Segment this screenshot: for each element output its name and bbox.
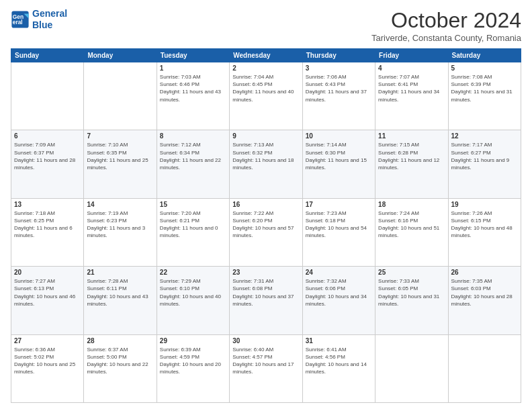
day-number: 22	[160, 269, 226, 276]
day-info: Sunrise: 6:41 AMSunset: 4:56 PMDaylight:…	[306, 346, 372, 376]
day-number: 30	[232, 337, 299, 345]
day-info: Sunrise: 7:13 AMSunset: 6:32 PMDaylight:…	[232, 141, 299, 171]
day-cell: 4Sunrise: 7:07 AMSunset: 6:41 PMDaylight…	[375, 62, 448, 130]
week-row-5: 27Sunrise: 6:36 AMSunset: 5:02 PMDayligh…	[11, 334, 521, 402]
day-info: Sunrise: 7:31 AMSunset: 6:08 PMDaylight:…	[232, 277, 299, 308]
day-cell: 21Sunrise: 7:28 AMSunset: 6:11 PMDayligh…	[84, 267, 157, 334]
day-number: 23	[232, 269, 299, 276]
day-info: Sunrise: 7:24 AMSunset: 6:16 PMDaylight:…	[378, 210, 445, 240]
day-number: 16	[232, 201, 299, 208]
day-number: 25	[378, 269, 445, 276]
col-header-thursday: Thursday	[302, 49, 375, 62]
day-number: 24	[306, 269, 372, 276]
day-cell: 5Sunrise: 7:08 AMSunset: 6:39 PMDaylight…	[448, 62, 521, 130]
day-info: Sunrise: 7:29 AMSunset: 6:10 PMDaylight:…	[160, 277, 226, 308]
day-info: Sunrise: 7:23 AMSunset: 6:18 PMDaylight:…	[306, 210, 372, 240]
day-cell: 22Sunrise: 7:29 AMSunset: 6:10 PMDayligh…	[157, 267, 229, 334]
day-cell: 13Sunrise: 7:18 AMSunset: 6:25 PMDayligh…	[11, 198, 84, 266]
logo-line1: General	[32, 8, 67, 19]
day-number: 31	[306, 337, 372, 345]
calendar: SundayMondayTuesdayWednesdayThursdayFrid…	[11, 48, 521, 403]
day-info: Sunrise: 7:35 AMSunset: 6:03 PMDaylight:…	[451, 277, 518, 308]
day-cell	[448, 334, 521, 402]
day-info: Sunrise: 7:03 AMSunset: 6:46 PMDaylight:…	[160, 73, 226, 103]
day-cell: 23Sunrise: 7:31 AMSunset: 6:08 PMDayligh…	[230, 267, 302, 334]
day-cell: 25Sunrise: 7:33 AMSunset: 6:05 PMDayligh…	[375, 267, 448, 334]
day-number: 7	[87, 132, 153, 140]
day-info: Sunrise: 7:09 AMSunset: 6:37 PMDaylight:…	[14, 141, 81, 171]
week-row-1: 1Sunrise: 7:03 AMSunset: 6:46 PMDaylight…	[11, 62, 521, 130]
day-info: Sunrise: 7:14 AMSunset: 6:30 PMDaylight:…	[306, 141, 372, 171]
day-number: 10	[306, 132, 372, 140]
day-cell: 6Sunrise: 7:09 AMSunset: 6:37 PMDaylight…	[11, 130, 84, 198]
day-info: Sunrise: 7:26 AMSunset: 6:15 PMDaylight:…	[451, 210, 518, 240]
day-cell: 1Sunrise: 7:03 AMSunset: 6:46 PMDaylight…	[157, 62, 229, 130]
day-number: 6	[14, 132, 81, 140]
col-header-sunday: Sunday	[11, 49, 84, 62]
day-cell: 10Sunrise: 7:14 AMSunset: 6:30 PMDayligh…	[302, 130, 375, 198]
day-cell: 29Sunrise: 6:39 AMSunset: 4:59 PMDayligh…	[157, 334, 229, 402]
day-number: 11	[378, 132, 445, 140]
day-number: 9	[232, 132, 299, 140]
day-cell: 31Sunrise: 6:41 AMSunset: 4:56 PMDayligh…	[302, 334, 375, 402]
day-cell: 8Sunrise: 7:12 AMSunset: 6:34 PMDaylight…	[157, 130, 229, 198]
day-number: 2	[232, 64, 299, 72]
day-info: Sunrise: 7:04 AMSunset: 6:45 PMDaylight:…	[232, 73, 299, 103]
svg-text:eral: eral	[13, 19, 23, 26]
day-cell: 3Sunrise: 7:06 AMSunset: 6:43 PMDaylight…	[302, 62, 375, 130]
day-info: Sunrise: 6:39 AMSunset: 4:59 PMDaylight:…	[160, 346, 226, 376]
day-cell: 28Sunrise: 6:37 AMSunset: 5:00 PMDayligh…	[84, 334, 157, 402]
day-info: Sunrise: 7:32 AMSunset: 6:06 PMDaylight:…	[306, 277, 372, 308]
day-cell: 15Sunrise: 7:20 AMSunset: 6:21 PMDayligh…	[157, 198, 229, 266]
logo: Gen eral General Blue	[11, 8, 67, 31]
col-header-friday: Friday	[375, 49, 448, 62]
day-cell: 20Sunrise: 7:27 AMSunset: 6:13 PMDayligh…	[11, 267, 84, 334]
day-info: Sunrise: 7:10 AMSunset: 6:35 PMDaylight:…	[87, 141, 153, 171]
day-info: Sunrise: 6:37 AMSunset: 5:00 PMDaylight:…	[87, 346, 153, 376]
day-info: Sunrise: 7:28 AMSunset: 6:11 PMDaylight:…	[87, 277, 153, 308]
day-cell: 2Sunrise: 7:04 AMSunset: 6:45 PMDaylight…	[230, 62, 302, 130]
day-cell: 26Sunrise: 7:35 AMSunset: 6:03 PMDayligh…	[448, 267, 521, 334]
day-info: Sunrise: 7:17 AMSunset: 6:27 PMDaylight:…	[451, 141, 518, 171]
day-cell: 27Sunrise: 6:36 AMSunset: 5:02 PMDayligh…	[11, 334, 84, 402]
day-number: 12	[451, 132, 518, 140]
calendar-header-row: SundayMondayTuesdayWednesdayThursdayFrid…	[11, 49, 521, 62]
day-number: 29	[160, 337, 226, 345]
day-cell: 9Sunrise: 7:13 AMSunset: 6:32 PMDaylight…	[230, 130, 302, 198]
day-number: 8	[160, 132, 226, 140]
location: Tariverde, Constanta County, Romania	[371, 33, 521, 43]
logo-text: General Blue	[32, 8, 67, 31]
day-info: Sunrise: 7:18 AMSunset: 6:25 PMDaylight:…	[14, 210, 81, 240]
day-number: 3	[306, 64, 372, 72]
day-number: 18	[378, 201, 445, 208]
day-cell	[84, 62, 157, 130]
day-info: Sunrise: 6:40 AMSunset: 4:57 PMDaylight:…	[232, 346, 299, 376]
day-cell: 18Sunrise: 7:24 AMSunset: 6:16 PMDayligh…	[375, 198, 448, 266]
day-cell: 14Sunrise: 7:19 AMSunset: 6:23 PMDayligh…	[84, 198, 157, 266]
col-header-monday: Monday	[84, 49, 157, 62]
day-cell: 11Sunrise: 7:15 AMSunset: 6:28 PMDayligh…	[375, 130, 448, 198]
day-number: 17	[306, 201, 372, 208]
day-info: Sunrise: 7:19 AMSunset: 6:23 PMDaylight:…	[87, 210, 153, 240]
day-cell: 24Sunrise: 7:32 AMSunset: 6:06 PMDayligh…	[302, 267, 375, 334]
day-number: 26	[451, 269, 518, 276]
day-number: 27	[14, 337, 81, 345]
logo-icon: Gen eral	[11, 10, 30, 29]
col-header-wednesday: Wednesday	[230, 49, 302, 62]
day-cell: 17Sunrise: 7:23 AMSunset: 6:18 PMDayligh…	[302, 198, 375, 266]
day-number: 4	[378, 64, 445, 72]
day-info: Sunrise: 7:27 AMSunset: 6:13 PMDaylight:…	[14, 277, 81, 308]
day-number: 5	[451, 64, 518, 72]
col-header-saturday: Saturday	[448, 49, 521, 62]
week-row-2: 6Sunrise: 7:09 AMSunset: 6:37 PMDaylight…	[11, 130, 521, 198]
col-header-tuesday: Tuesday	[157, 49, 229, 62]
title-block: October 2024 Tariverde, Constanta County…	[371, 8, 521, 43]
day-number: 15	[160, 201, 226, 208]
day-number: 1	[160, 64, 226, 72]
day-cell	[11, 62, 84, 130]
header: Gen eral General Blue October 2024 Tariv…	[11, 8, 521, 43]
day-info: Sunrise: 7:06 AMSunset: 6:43 PMDaylight:…	[306, 73, 372, 103]
day-info: Sunrise: 7:20 AMSunset: 6:21 PMDaylight:…	[160, 210, 226, 240]
logo-line2: Blue	[32, 19, 52, 30]
day-number: 20	[14, 269, 81, 276]
